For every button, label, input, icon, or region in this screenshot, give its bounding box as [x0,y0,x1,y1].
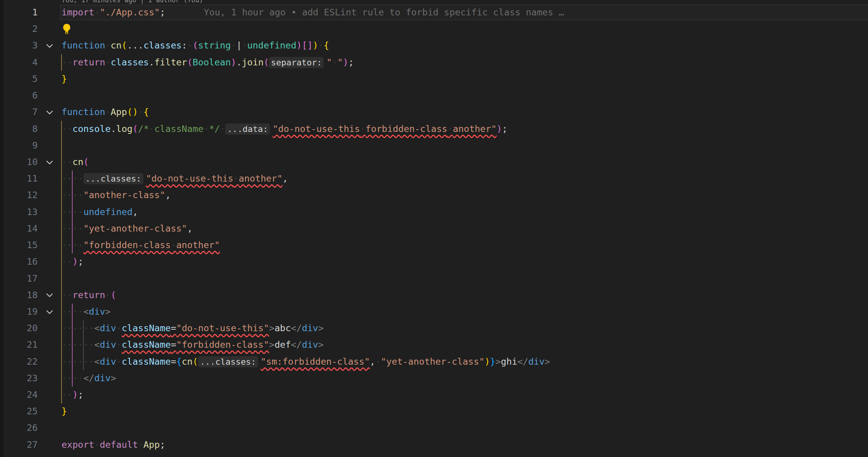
code-line[interactable]: 6 [0,87,868,104]
line-number[interactable]: 16 [0,254,38,270]
line-number[interactable]: 19 [0,304,38,320]
line-number[interactable]: 3 [0,37,38,54]
line-number[interactable]: 25 [0,403,38,420]
line-number[interactable]: 12 [0,187,38,203]
fold-chevron-icon[interactable] [45,290,55,300]
line-number[interactable]: 4 [0,54,38,71]
code-token: ; [160,439,165,450]
line-number[interactable]: 15 [0,237,38,254]
line-number[interactable]: 24 [0,387,38,403]
code-line[interactable]: 25} [0,403,868,420]
code-line[interactable]: 11····...classes:"do-not-use-this·anothe… [0,170,868,187]
line-content[interactable]: ····"forbidden-class·another" [62,237,868,254]
line-content[interactable]: ··); [62,254,868,270]
line-content[interactable]: ····...classes:"do-not-use-this·another"… [62,170,868,187]
code-line[interactable]: 3function·cn(...classes:·(string·|·undef… [0,37,868,54]
line-number[interactable]: 2 [0,21,38,37]
line-number[interactable]: 17 [0,270,38,287]
line-number[interactable]: 8 [0,121,38,137]
code-line[interactable]: 17 [0,270,868,287]
whitespace-dot: · [67,373,72,384]
line-number[interactable]: 1 [0,4,38,21]
line-content[interactable] [62,87,868,104]
fold-chevron-icon[interactable] [45,41,55,51]
quick-fix-lightbulb-icon[interactable] [62,21,71,37]
code-line[interactable]: 10··cn( [0,154,868,170]
line-number[interactable]: 26 [0,420,38,436]
line-number[interactable]: 5 [0,71,38,87]
code-line[interactable]: 15····"forbidden-class·another" [0,237,868,254]
fold-chevron-icon[interactable] [45,157,55,167]
code-line[interactable]: 21······<div·className="forbidden-class"… [0,337,868,353]
code-token: return [72,290,105,300]
line-content[interactable]: ····"yet-another-class", [62,220,868,237]
line-content[interactable]: } [62,403,868,420]
code-line[interactable]: 26 [0,420,868,436]
line-content[interactable]: ··return·classes.filter(Boolean).join(se… [62,54,868,71]
whitespace-dot: · [62,223,67,234]
code-token: "do-not-use-this·forbidden-class·another… [273,123,496,134]
whitespace-dot: · [138,107,143,117]
code-token: Boolean [193,57,231,68]
line-content[interactable]: export·default·App; [62,437,868,453]
line-number[interactable]: 11 [0,170,38,187]
code-token: ) [231,57,236,68]
code-line[interactable]: 7function·App()·{ [0,104,868,120]
line-content[interactable] [62,137,868,154]
line-content[interactable]: ····undefined, [62,204,868,220]
line-number[interactable]: 21 [0,337,38,353]
code-line[interactable]: 2 [0,21,868,37]
fold-chevron-icon[interactable] [45,307,55,317]
code-line[interactable]: 23····</div> [0,370,868,387]
code-line[interactable]: 13····undefined, [0,204,868,220]
codelens-blame-summary[interactable]: You, 17 minutes ago | 1 author (You) [62,0,203,4]
line-content[interactable]: ······<div·className="do-not-use-this">a… [62,320,868,337]
line-content[interactable]: ··); [62,387,868,403]
code-line[interactable]: 9 [0,137,868,154]
line-number[interactable]: 22 [0,354,38,370]
code-line[interactable]: 18··return·( [0,287,868,304]
code-line[interactable]: 20······<div·className="do-not-use-this"… [0,320,868,337]
line-number[interactable]: 23 [0,370,38,387]
line-number[interactable]: 18 [0,287,38,304]
code-line[interactable]: 5} [0,71,868,87]
line-content[interactable]: ····"another-class", [62,187,868,203]
line-content[interactable]: ······<div·className="forbidden-class">d… [62,337,868,353]
line-content[interactable]: ··return·( [62,287,868,304]
line-number[interactable]: 20 [0,320,38,337]
line-content[interactable] [62,420,868,436]
line-number[interactable]: 10 [0,154,38,170]
code-line[interactable]: 22······<div·className={cn(...classes:"s… [0,354,868,370]
code-line[interactable]: 24··); [0,387,868,403]
line-content[interactable] [62,21,868,37]
line-content[interactable]: import·"./App.css";You, 1 hour ago • add… [62,4,868,21]
line-content[interactable]: ··cn( [62,154,868,170]
line-content[interactable]: ····</div> [62,370,868,387]
line-content[interactable]: ······<div·className={cn(...classes:"sm:… [62,354,868,370]
code-line[interactable]: 12····"another-class", [0,187,868,203]
line-content[interactable]: ··console.log(/*·className·*/·...data:"d… [62,121,868,137]
code-token: · [116,339,121,350]
code-line[interactable]: 8··console.log(/*·className·*/·...data:"… [0,121,868,137]
whitespace-dot: · [78,323,83,334]
code-line[interactable]: 19····<div> [0,304,868,320]
line-content[interactable]: function·cn(...classes:·(string·|·undefi… [62,37,868,54]
line-number[interactable]: 14 [0,220,38,237]
line-content[interactable]: function·App()·{ [62,104,868,120]
line-content[interactable] [62,270,868,287]
line-number[interactable]: 7 [0,104,38,120]
fold-chevron-icon[interactable] [45,107,55,117]
line-content[interactable]: ····<div> [62,304,868,320]
code-line[interactable]: 1import·"./App.css";You, 1 hour ago • ad… [0,4,868,21]
line-number[interactable]: 9 [0,137,38,154]
code-token: :· [182,40,193,51]
code-token: "·" [326,57,343,68]
code-line[interactable]: 16··); [0,254,868,270]
line-content[interactable]: } [62,71,868,87]
code-line[interactable]: 27export·default·App; [0,437,868,453]
code-line[interactable]: 4··return·classes.filter(Boolean).join(s… [0,54,868,71]
line-number[interactable]: 13 [0,204,38,220]
code-line[interactable]: 14····"yet-another-class", [0,220,868,237]
line-number[interactable]: 27 [0,437,38,453]
line-number[interactable]: 6 [0,87,38,104]
